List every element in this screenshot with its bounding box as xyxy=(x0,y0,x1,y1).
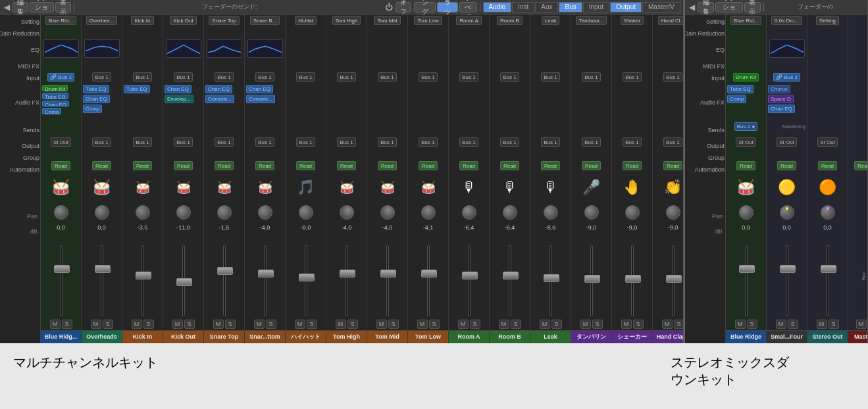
ch4-pan[interactable] xyxy=(163,203,203,222)
ch11-mute[interactable]: M xyxy=(458,320,469,329)
ch13-output[interactable]: Bus 1 xyxy=(530,136,571,148)
ch15-fader[interactable] xyxy=(612,233,652,319)
ch3-output[interactable]: Bus 1 xyxy=(122,136,163,148)
ch1-solo[interactable]: S xyxy=(62,320,72,329)
ch4-eq[interactable] xyxy=(163,38,203,59)
aux-btn[interactable]: Aux xyxy=(535,2,558,12)
rch1-automation[interactable]: Read xyxy=(726,160,766,172)
ch1-output[interactable]: St Out xyxy=(41,136,81,148)
ch8-fader[interactable] xyxy=(326,233,367,319)
ch8-input[interactable]: Bus 1 xyxy=(326,71,367,83)
rch1-pan[interactable] xyxy=(726,203,766,222)
right-back-icon[interactable]: ◀ xyxy=(688,3,696,12)
ch6-fader[interactable] xyxy=(245,233,285,319)
rch1-name[interactable]: Blue Ridge xyxy=(726,330,766,343)
rch4-mute[interactable]: M xyxy=(856,320,867,329)
ch6-solo[interactable]: S xyxy=(266,320,276,329)
ch3-setting[interactable]: Kick In xyxy=(122,14,163,26)
ch7-pan[interactable] xyxy=(286,203,326,222)
rch1-output[interactable]: St Out xyxy=(726,136,766,148)
ch14-name[interactable]: タンバリン xyxy=(571,330,611,343)
rch2-output[interactable]: St Out xyxy=(767,136,807,148)
ch15-solo[interactable]: S xyxy=(633,320,644,329)
rch1-mute[interactable]: M xyxy=(735,320,746,329)
ch2-pan[interactable] xyxy=(82,203,122,222)
ch13-input[interactable]: Bus 1 xyxy=(530,71,571,83)
ch6-setting[interactable]: Snare B... xyxy=(245,14,285,26)
ch3-solo[interactable]: S xyxy=(143,320,154,329)
ch3-fader[interactable] xyxy=(122,233,163,319)
ch8-setting[interactable]: Tom High xyxy=(326,14,367,26)
ch16-mute[interactable]: M xyxy=(662,320,673,329)
rch1-solo[interactable]: S xyxy=(747,320,757,329)
ch15-pan[interactable] xyxy=(612,203,652,222)
ch7-name[interactable]: ハイハット xyxy=(286,330,326,343)
rch2-mute[interactable]: M xyxy=(776,320,786,329)
ch2-input[interactable]: Bus 1 xyxy=(82,71,122,83)
ch2-setting[interactable]: Overhea... xyxy=(82,14,122,26)
ch8-solo[interactable]: S xyxy=(347,320,358,329)
rch2-pan[interactable] xyxy=(767,203,807,222)
ch1-eq[interactable] xyxy=(41,38,81,59)
rch2-name[interactable]: Smal...Four xyxy=(767,330,807,343)
ch13-mute[interactable]: M xyxy=(540,320,550,329)
rch3-name[interactable]: Stereo Out xyxy=(807,330,848,343)
ch4-setting[interactable]: Kick Out xyxy=(163,14,203,26)
ch8-output[interactable]: Bus 1 xyxy=(326,136,367,148)
ch1-fader[interactable] xyxy=(41,233,81,319)
ch11-solo[interactable]: S xyxy=(470,320,480,329)
ch13-automation[interactable]: Read xyxy=(530,160,571,172)
ch1-name[interactable]: Blue Ridg... xyxy=(41,330,81,343)
ch5-eq[interactable] xyxy=(204,38,244,59)
rch2-eq[interactable] xyxy=(767,38,807,59)
ch16-fader[interactable] xyxy=(653,233,683,319)
ch9-input[interactable]: Bus 1 xyxy=(367,71,407,83)
ch14-output[interactable]: Bus 1 xyxy=(571,136,611,148)
right-edit-btn[interactable]: 編集 xyxy=(698,2,714,12)
single-btn[interactable]: シングル xyxy=(414,2,435,12)
ch12-output[interactable]: Bus 1 xyxy=(490,136,530,148)
ch13-setting[interactable]: Leak xyxy=(530,14,571,26)
ch6-mute[interactable]: M xyxy=(254,320,265,329)
rch2-fader[interactable] xyxy=(767,233,807,319)
left-back-icon[interactable]: ◀ xyxy=(3,3,11,12)
ch5-solo[interactable]: S xyxy=(225,320,236,329)
ch7-setting[interactable]: Hi-Hat xyxy=(286,14,326,26)
ch9-mute[interactable]: M xyxy=(376,320,387,329)
ch6-name[interactable]: Snar...ttom xyxy=(245,330,285,343)
bus-btn[interactable]: Bus xyxy=(559,2,582,12)
ch12-pan[interactable] xyxy=(490,203,530,222)
ch12-name[interactable]: Room B xyxy=(490,330,530,343)
ch15-input[interactable]: Bus 1 xyxy=(612,71,652,83)
ch2-name[interactable]: Overheads xyxy=(82,330,122,343)
ch5-name[interactable]: Snare Top xyxy=(204,330,244,343)
ch2-output[interactable]: Bus 1 xyxy=(82,136,122,148)
ch9-pan[interactable] xyxy=(367,203,407,222)
ch11-automation[interactable]: Read xyxy=(449,160,489,172)
all-btn[interactable]: すべて xyxy=(459,2,478,12)
rch2-input[interactable]: 🔗 Bus 2 xyxy=(767,71,807,83)
ch10-solo[interactable]: S xyxy=(429,320,440,329)
ch1-automation[interactable]: Read xyxy=(41,160,81,172)
rch4-name[interactable]: Master xyxy=(848,330,867,343)
ch4-name[interactable]: Kick Out xyxy=(163,330,203,343)
off-btn[interactable]: オフ xyxy=(396,2,411,12)
ch2-eq[interactable] xyxy=(82,38,122,59)
ch13-solo[interactable]: S xyxy=(551,320,562,329)
ch12-setting[interactable]: Room B xyxy=(490,14,530,26)
ch5-setting[interactable]: Snare Top xyxy=(204,14,244,26)
ch1-input[interactable]: 🔗 Bus 1 xyxy=(41,71,81,83)
ch10-pan[interactable] xyxy=(408,203,448,222)
ch5-automation[interactable]: Read xyxy=(204,160,244,172)
ch2-fader[interactable] xyxy=(82,233,122,319)
ch10-mute[interactable]: M xyxy=(417,320,428,329)
ch16-name[interactable]: Hand Claps xyxy=(653,330,683,343)
ch4-automation[interactable]: Read xyxy=(163,160,203,172)
rch3-pan[interactable] xyxy=(807,203,848,222)
ch13-fader[interactable] xyxy=(530,233,571,319)
output-btn[interactable]: Output xyxy=(610,2,642,12)
ch14-setting[interactable]: Tambour... xyxy=(571,14,611,26)
ch11-output[interactable]: Bus 1 xyxy=(449,136,489,148)
ch3-name[interactable]: Kick In xyxy=(122,330,163,343)
ch8-automation[interactable]: Read xyxy=(326,160,367,172)
